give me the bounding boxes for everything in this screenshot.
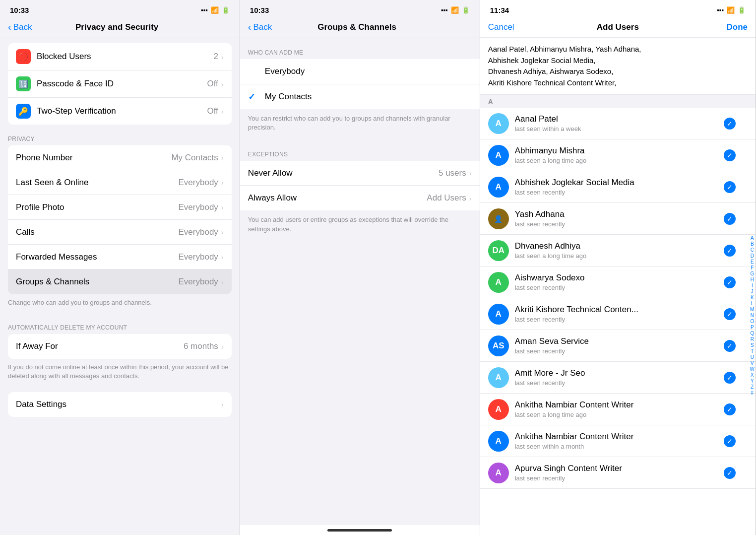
alpha-letter-R[interactable]: R — [751, 336, 754, 341]
contact-item-ankitha1[interactable]: A Ankitha Nambiar Content Writer last se… — [480, 394, 756, 425]
status-time-p3: 11:34 — [490, 6, 509, 14]
contact-item-abhishek[interactable]: A Abhishek Joglekar Social Media last se… — [480, 171, 756, 203]
avatar-abhimanyu: A — [488, 145, 509, 166]
two-step-item[interactable]: 🔑 Two-Step Verification Off › — [8, 98, 232, 125]
contact-check-aman[interactable]: ✓ — [724, 340, 736, 352]
contact-info-yash: Yash Adhana last seen recently — [515, 209, 724, 228]
last-seen-item[interactable]: Last Seen & Online Everybody › — [8, 170, 232, 195]
alpha-letter-M[interactable]: M — [750, 306, 754, 312]
alpha-letter-I[interactable]: I — [752, 282, 753, 288]
contact-item-apurva[interactable]: A Apurva Singh Content Writer last seen … — [480, 457, 756, 489]
alpha-letter-F[interactable]: F — [751, 265, 754, 270]
status-bar-p1: 10:33 ▪▪▪ 📶 🔋 — [0, 0, 240, 17]
alpha-letter-U[interactable]: U — [751, 354, 754, 359]
alpha-letter-K[interactable]: K — [751, 294, 754, 300]
forwarded-item[interactable]: Forwarded Messages Everybody › — [8, 245, 232, 269]
contact-check-ankitha2[interactable]: ✓ — [724, 435, 736, 447]
contact-status-aman: last seen recently — [515, 347, 724, 355]
contact-check-amit[interactable]: ✓ — [724, 372, 736, 384]
contact-check-apurva[interactable]: ✓ — [724, 467, 736, 479]
alpha-letter-C[interactable]: C — [751, 247, 754, 252]
chevron-right-icon: › — [221, 53, 224, 61]
contact-status-apurva: last seen recently — [515, 474, 724, 482]
back-button-p1[interactable]: ‹ Back — [8, 21, 32, 33]
chevron-phone: › — [221, 153, 224, 162]
chevron-right-icon3: › — [221, 107, 224, 116]
two-step-label: Two-Step Verification — [37, 106, 207, 116]
alpha-letter-P[interactable]: P — [751, 324, 754, 330]
contact-item-aman[interactable]: AS Aman Seva Service last seen recently … — [480, 330, 756, 362]
alpha-letter-T[interactable]: T — [751, 348, 754, 353]
groups-channels-item[interactable]: Groups & Channels Everybody › — [8, 269, 232, 294]
my-contacts-option[interactable]: ✓ My Contacts — [240, 84, 480, 109]
contact-check-akriti[interactable]: ✓ — [724, 308, 736, 320]
contact-check-abhishek[interactable]: ✓ — [724, 181, 736, 193]
alpha-letter-G[interactable]: G — [750, 270, 754, 276]
alpha-letter-J[interactable]: J — [751, 288, 754, 294]
never-allow-item[interactable]: Never Allow 5 users › — [240, 161, 480, 186]
alpha-letter-X[interactable]: X — [751, 372, 754, 377]
contact-item-yash[interactable]: 👤 Yash Adhana last seen recently ✓ — [480, 203, 756, 235]
exceptions-header: EXCEPTIONS — [240, 140, 480, 161]
contact-status-amit: last seen recently — [515, 379, 724, 387]
alpha-letter-W[interactable]: W — [750, 366, 755, 371]
alpha-letter-Z[interactable]: Z — [751, 384, 754, 389]
chevron-data: › — [221, 400, 224, 408]
always-allow-item[interactable]: Always Allow Add Users › — [240, 186, 480, 210]
alpha-letter-N[interactable]: N — [751, 312, 754, 318]
contact-item-akriti[interactable]: A Akriti Kishore Technical Conten... las… — [480, 298, 756, 330]
done-button[interactable]: Done — [661, 22, 748, 32]
contact-check-yash[interactable]: ✓ — [724, 213, 736, 225]
contact-check-aishwarya[interactable]: ✓ — [724, 276, 736, 288]
back-label-p2: Back — [253, 22, 272, 32]
blocked-users-item[interactable]: 🚫 Blocked Users 2 › — [8, 43, 232, 70]
everybody-option[interactable]: ✓ Everybody — [240, 59, 480, 84]
data-settings-item[interactable]: Data Settings › — [8, 392, 232, 417]
alpha-letter-S[interactable]: S — [751, 342, 754, 347]
never-allow-value: 5 users — [439, 168, 466, 178]
phone-number-label: Phone Number — [16, 153, 171, 163]
alpha-letter-V[interactable]: V — [751, 360, 754, 365]
contact-item-ankitha2[interactable]: A Ankitha Nambiar Content Writer last se… — [480, 425, 756, 457]
contact-item-aanal[interactable]: A Aanal Patel last seen within a week ✓ — [480, 108, 756, 139]
alpha-letter-E[interactable]: E — [751, 259, 754, 264]
alpha-index[interactable]: ABCDEFGHIJKLMNOPQRSTUVWXYZ# — [750, 235, 755, 395]
alpha-letter-Y[interactable]: Y — [751, 378, 754, 383]
contact-item-amit[interactable]: A Amit More - Jr Seo last seen recently … — [480, 362, 756, 394]
alpha-letter-H[interactable]: H — [751, 276, 754, 282]
if-away-value: 6 months — [184, 341, 218, 351]
contact-check-aanal[interactable]: ✓ — [724, 118, 736, 130]
forwarded-label: Forwarded Messages — [16, 252, 179, 262]
alpha-letter-B[interactable]: B — [751, 241, 754, 246]
back-button-p2[interactable]: ‹ Back — [248, 21, 272, 33]
contact-info-amit: Amit More - Jr Seo last seen recently — [515, 368, 724, 387]
contact-check-abhimanyu[interactable]: ✓ — [724, 149, 736, 161]
calls-item[interactable]: Calls Everybody › — [8, 220, 232, 245]
if-away-item[interactable]: If Away For 6 months › — [8, 334, 232, 359]
alpha-letter-A[interactable]: A — [751, 235, 754, 240]
cancel-button[interactable]: Cancel — [488, 22, 574, 32]
groups-channels-label: Groups & Channels — [16, 277, 179, 287]
alpha-letter-L[interactable]: L — [751, 300, 754, 306]
contact-check-ankitha1[interactable]: ✓ — [724, 403, 736, 415]
alpha-letter-O[interactable]: O — [750, 318, 754, 324]
contact-name-aman: Aman Seva Service — [515, 336, 724, 346]
passcode-item[interactable]: 🔢 Passcode & Face ID Off › — [8, 70, 232, 98]
phone-number-item[interactable]: Phone Number My Contacts › — [8, 145, 232, 170]
contact-item-dhvanesh[interactable]: DA Dhvanesh Adhiya last seen a long time… — [480, 235, 756, 267]
contact-check-dhvanesh[interactable]: ✓ — [724, 245, 736, 257]
battery-icon: 🔋 — [222, 6, 230, 14]
contact-name-ankitha1: Ankitha Nambiar Content Writer — [515, 400, 724, 410]
contact-status-ankitha1: last seen a long time ago — [515, 411, 724, 418]
alpha-letter-Q[interactable]: Q — [750, 330, 754, 335]
nav-bar-p1: ‹ Back Privacy and Security — [0, 17, 240, 38]
last-seen-value: Everybody — [179, 178, 218, 188]
alpha-letter-#[interactable]: # — [751, 390, 754, 395]
avatar-apurva: A — [488, 463, 509, 483]
contact-item-abhimanyu[interactable]: A Abhimanyu Mishra last seen a long time… — [480, 139, 756, 171]
exceptions-desc: You can add users or entire groups as ex… — [240, 210, 480, 241]
profile-photo-item[interactable]: Profile Photo Everybody › — [8, 195, 232, 220]
avatar-abhishek: A — [488, 177, 509, 198]
alpha-letter-D[interactable]: D — [751, 253, 754, 258]
contact-item-aishwarya[interactable]: A Aishwarya Sodexo last seen recently ✓ — [480, 267, 756, 298]
